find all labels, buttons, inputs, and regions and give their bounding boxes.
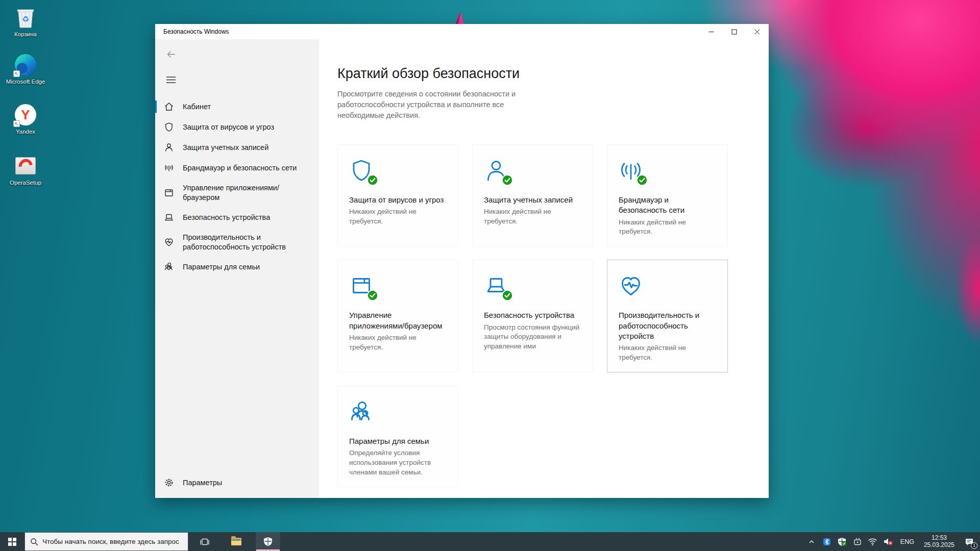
tile-family-options[interactable]: Параметры для семьи Определяйте условия … xyxy=(337,386,458,487)
action-center-button[interactable]: 1 xyxy=(961,532,978,551)
shortcut-arrow-icon: ↗ xyxy=(13,70,20,77)
sidebar-item-label: Управление приложениями/браузером xyxy=(183,183,313,202)
desktop-icon-label: Yandex xyxy=(16,128,35,135)
sidebar-item-label: Защита от вирусов и угроз xyxy=(183,122,274,132)
notification-count-badge: 1 xyxy=(971,542,977,549)
network-antenna-icon xyxy=(619,158,643,183)
tile-virus-threat-protection[interactable]: Защита от вирусов и угроз Никаких действ… xyxy=(337,144,458,246)
desktop-icon-yandex[interactable]: Y ↗ Yandex xyxy=(5,104,46,135)
search-input[interactable] xyxy=(42,538,183,545)
tile-status: Никаких действий не требуется. xyxy=(484,207,582,227)
tray-volume-button[interactable] xyxy=(881,532,895,551)
tray-bluetooth-button[interactable] xyxy=(820,532,834,551)
sidebar-nav: Кабинет Защита от вирусов и угроз Защита… xyxy=(155,96,319,277)
tile-status: Просмотр состояния функций защиты оборуд… xyxy=(484,323,582,352)
taskbar-search[interactable] xyxy=(24,532,188,551)
taskbar: ENG 12:53 25.03.2025 1 xyxy=(0,532,980,551)
sidebar-item-device-performance-health[interactable]: Производительность и работоспособность у… xyxy=(155,228,319,257)
file-explorer-button[interactable] xyxy=(224,532,249,551)
desktop-icon-recycle-bin[interactable]: ♻ Корзина xyxy=(5,6,46,38)
sidebar-item-label: Безопасность устройства xyxy=(183,213,270,222)
search-icon xyxy=(30,538,38,546)
bluetooth-icon xyxy=(823,538,831,546)
app-window-icon xyxy=(164,188,174,198)
chevron-up-icon xyxy=(808,538,815,545)
person-icon xyxy=(484,158,508,183)
sidebar-item-label: Брандмауэр и безопасность сети xyxy=(183,163,297,173)
sidebar-item-app-browser-control[interactable]: Управление приложениями/браузером xyxy=(155,178,319,207)
language-indicator[interactable]: ENG xyxy=(897,532,918,551)
sidebar-item-firewall-network[interactable]: Брандмауэр и безопасность сети xyxy=(155,158,319,178)
desktop-icon-microsoft-edge[interactable]: ↗ Microsoft Edge xyxy=(5,54,46,85)
windows-logo-icon xyxy=(8,538,16,546)
recycle-bin-icon: ♻ xyxy=(14,6,37,29)
selected-indicator xyxy=(155,101,157,113)
ok-check-icon xyxy=(367,174,378,186)
tile-title: Безопасность устройства xyxy=(484,310,582,320)
tile-title: Защита учетных записей xyxy=(484,195,582,205)
ok-check-icon xyxy=(502,174,513,186)
gear-icon xyxy=(164,478,174,488)
clock-date: 25.03.2025 xyxy=(924,541,954,548)
windows-security-taskbar-button[interactable] xyxy=(256,532,280,551)
tile-device-security[interactable]: Безопасность устройства Просмотр состоян… xyxy=(472,260,593,372)
tray-chevron-up-button[interactable] xyxy=(805,532,818,551)
sidebar-item-virus-threat-protection[interactable]: Защита от вирусов и угроз xyxy=(155,117,319,137)
person-icon xyxy=(164,142,174,153)
sidebar-item-settings[interactable]: Параметры xyxy=(155,472,319,493)
tray-wifi-button[interactable] xyxy=(866,532,879,551)
wireless-display-icon xyxy=(853,537,862,546)
clock[interactable]: 12:53 25.03.2025 xyxy=(920,532,959,551)
family-icon xyxy=(164,262,174,272)
defender-shield-check-icon xyxy=(838,537,847,546)
sidebar-item-family-options[interactable]: Параметры для семьи xyxy=(155,257,319,277)
svg-text:♻: ♻ xyxy=(22,15,29,23)
back-button[interactable] xyxy=(162,46,180,62)
yandex-logo-icon: Y ↗ xyxy=(14,104,37,126)
tile-title: Управление приложениями/браузером xyxy=(349,310,448,331)
tile-firewall-network-protection[interactable]: Брандмауэр и безопасность сети Никаких д… xyxy=(607,144,728,246)
sidebar-item-label: Кабинет xyxy=(183,102,211,112)
sidebar-item-home[interactable]: Кабинет xyxy=(155,96,319,117)
tile-status: Никаких действий не требуется. xyxy=(619,343,717,363)
network-antenna-icon xyxy=(164,163,174,173)
page-subtitle: Просмотрите сведения о состоянии безопас… xyxy=(337,89,537,121)
task-view-button[interactable] xyxy=(192,532,217,551)
tile-status: Никаких действий не требуется. xyxy=(349,207,448,227)
heart-pulse-icon xyxy=(164,237,174,247)
maximize-button[interactable] xyxy=(723,24,746,39)
shield-icon xyxy=(349,158,374,183)
edge-logo-icon: ↗ xyxy=(14,54,37,76)
tile-device-performance-health[interactable]: Производительность и работоспособность у… xyxy=(607,260,728,372)
minimize-button[interactable] xyxy=(700,24,723,39)
sidebar-item-label: Защита учетных записей xyxy=(183,143,268,153)
sidebar-item-account-protection[interactable]: Защита учетных записей xyxy=(155,137,319,158)
opera-setup-icon xyxy=(14,155,37,177)
tray-defender-button[interactable] xyxy=(836,532,849,551)
security-shield-icon xyxy=(263,537,273,546)
ok-check-icon xyxy=(502,290,513,301)
ok-check-icon xyxy=(367,290,378,301)
close-button[interactable] xyxy=(746,24,769,39)
desktop-icon-opera-setup[interactable]: OperaSetup xyxy=(5,155,46,186)
sidebar-item-device-security[interactable]: Безопасность устройства xyxy=(155,207,319,228)
clock-time: 12:53 xyxy=(932,534,947,541)
tile-account-protection[interactable]: Защита учетных записей Никаких действий … xyxy=(472,144,593,246)
tray-connect-display-button[interactable] xyxy=(851,532,864,551)
tile-status: Никаких действий не требуется. xyxy=(349,333,448,353)
hamburger-menu-button[interactable] xyxy=(162,73,180,86)
wallpaper-flower-detail xyxy=(456,11,464,24)
page-title: Краткий обзор безопасности xyxy=(337,66,769,82)
volume-muted-icon xyxy=(883,537,893,546)
tile-status: Никаких действий не требуется. xyxy=(619,218,717,237)
system-tray: ENG 12:53 25.03.2025 1 xyxy=(805,532,980,551)
file-explorer-icon xyxy=(231,538,241,545)
desktop-icon-label: OperaSetup xyxy=(10,179,41,186)
laptop-icon xyxy=(164,212,174,222)
sidebar-item-label: Параметры xyxy=(183,478,222,488)
tile-status: Определяйте условия использования устрой… xyxy=(349,448,448,478)
start-button[interactable] xyxy=(0,532,24,551)
tile-app-browser-control[interactable]: Управление приложениями/браузером Никаки… xyxy=(337,260,458,372)
sidebar-item-label: Параметры для семьи xyxy=(183,262,260,272)
wifi-icon xyxy=(868,537,877,546)
